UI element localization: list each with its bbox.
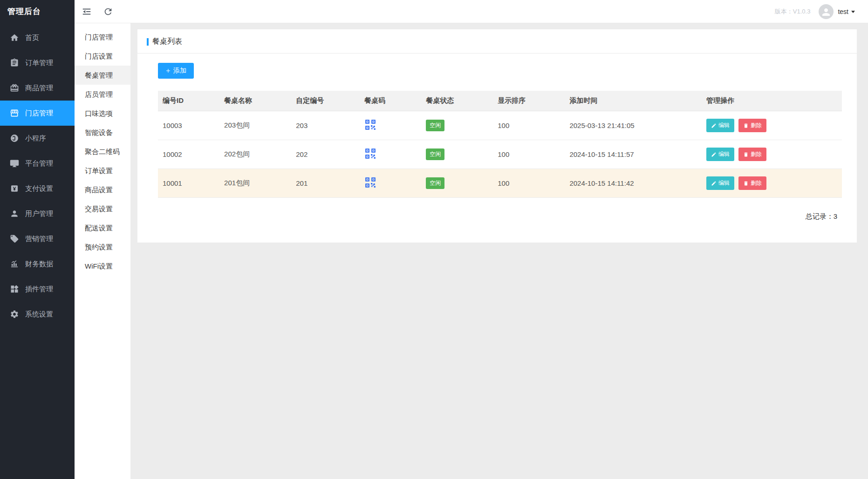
- table-row: 10003203包间203空闲1002025-03-13 21:41:05编辑删…: [158, 111, 842, 140]
- content-area: 餐桌列表 添加 编号ID餐桌名称自定编号餐桌码餐桌状态显示排序添加时间管理操作 …: [130, 23, 868, 479]
- cell-code: 203: [291, 111, 360, 140]
- sidebar: 管理后台 首页订单管理商品管理门店管理小程序平台管理支付设置用户管理营销管理财务…: [0, 0, 75, 479]
- sidebar-item-payment[interactable]: 支付设置: [0, 176, 75, 201]
- qrcode-icon[interactable]: [364, 148, 376, 160]
- submenu-item-6[interactable]: 聚合二维码: [75, 142, 130, 161]
- card-header: 餐桌列表: [137, 29, 857, 54]
- cell-name: 203包间: [219, 111, 291, 140]
- qrcode-icon[interactable]: [364, 119, 376, 131]
- store-icon: [10, 108, 19, 118]
- submenu-item-5[interactable]: 智能设备: [75, 123, 130, 142]
- sidebar-item-label: 系统设置: [25, 310, 53, 319]
- cell-id: 10003: [158, 111, 219, 140]
- cell-status: 空闲: [421, 169, 493, 198]
- column-header: 餐桌码: [360, 91, 421, 111]
- status-badge: 空闲: [426, 148, 444, 160]
- add-button[interactable]: 添加: [158, 63, 194, 79]
- platform-icon: [10, 159, 19, 168]
- qrcode-icon[interactable]: [364, 176, 376, 189]
- cell-code: 202: [291, 140, 360, 169]
- submenu-item-12[interactable]: WiFi设置: [75, 256, 130, 276]
- column-header: 餐桌名称: [219, 91, 291, 111]
- tables-table: 编号ID餐桌名称自定编号餐桌码餐桌状态显示排序添加时间管理操作 10003203…: [158, 91, 842, 198]
- main-layout: 门店管理门店设置餐桌管理店员管理口味选项智能设备聚合二维码订单设置商品设置交易设…: [75, 23, 868, 479]
- cell-qr: [360, 111, 421, 140]
- sidebar-item-finance[interactable]: 财务数据: [0, 251, 75, 277]
- add-button-label: 添加: [173, 67, 186, 75]
- orders-icon: [10, 58, 19, 67]
- sidebar-menu: 首页订单管理商品管理门店管理小程序平台管理支付设置用户管理营销管理财务数据插件管…: [0, 23, 75, 327]
- delete-button-label: 删除: [751, 121, 762, 129]
- delete-button[interactable]: 删除: [738, 119, 766, 132]
- delete-button-label: 删除: [751, 150, 762, 158]
- submenu-item-0[interactable]: 门店管理: [75, 27, 130, 47]
- column-header: 显示排序: [493, 91, 565, 111]
- sidebar-item-users[interactable]: 用户管理: [0, 201, 75, 226]
- home-icon: [10, 33, 19, 42]
- delete-button-label: 删除: [751, 179, 762, 187]
- status-badge: 空闲: [426, 120, 444, 131]
- cell-name: 201包间: [219, 169, 291, 198]
- delete-button[interactable]: 删除: [738, 148, 766, 161]
- sidebar-item-platform[interactable]: 平台管理: [0, 151, 75, 176]
- cell-name: 202包间: [219, 140, 291, 169]
- status-badge: 空闲: [426, 177, 444, 189]
- table-body: 10003203包间203空闲1002025-03-13 21:41:05编辑删…: [158, 111, 842, 198]
- page-title: 餐桌列表: [152, 37, 182, 47]
- submenu-item-4[interactable]: 口味选项: [75, 104, 130, 123]
- cell-status: 空闲: [421, 111, 493, 140]
- edit-button-label: 编辑: [718, 179, 730, 187]
- submenu-item-11[interactable]: 预约设置: [75, 237, 130, 256]
- submenu-item-3[interactable]: 店员管理: [75, 85, 130, 104]
- edit-button[interactable]: 编辑: [706, 148, 734, 161]
- edit-icon: [711, 181, 717, 186]
- app-logo: 管理后台: [0, 0, 75, 23]
- submenu-item-7[interactable]: 订单设置: [75, 161, 130, 180]
- refresh-icon[interactable]: [103, 7, 113, 17]
- cell-code: 201: [291, 169, 360, 198]
- trash-icon: [743, 181, 749, 186]
- sidebar-item-plugins[interactable]: 插件管理: [0, 277, 75, 302]
- submenu-item-1[interactable]: 门店设置: [75, 47, 130, 66]
- table-header-row: 编号ID餐桌名称自定编号餐桌码餐桌状态显示排序添加时间管理操作: [158, 91, 842, 111]
- sidebar-item-label: 平台管理: [25, 159, 53, 168]
- submenu-item-2[interactable]: 餐桌管理: [75, 66, 130, 85]
- sidebar-item-label: 订单管理: [25, 59, 53, 67]
- sidebar-item-label: 营销管理: [25, 235, 53, 243]
- avatar: [819, 4, 834, 19]
- sidebar-item-label: 用户管理: [25, 209, 53, 218]
- cell-actions: 编辑删除: [702, 111, 842, 140]
- cell-time: 2025-03-13 21:41:05: [565, 111, 702, 140]
- user-menu[interactable]: test: [819, 4, 855, 19]
- sidebar-item-goods[interactable]: 商品管理: [0, 75, 75, 101]
- column-header: 自定编号: [291, 91, 360, 111]
- delete-button[interactable]: 删除: [738, 176, 766, 190]
- cell-sort: 100: [493, 111, 565, 140]
- cell-status: 空闲: [421, 140, 493, 169]
- edit-button-label: 编辑: [718, 121, 730, 129]
- cell-qr: [360, 140, 421, 169]
- sidebar-item-home[interactable]: 首页: [0, 25, 75, 50]
- edit-button[interactable]: 编辑: [706, 119, 734, 132]
- cell-actions: 编辑删除: [702, 140, 842, 169]
- table-head: 编号ID餐桌名称自定编号餐桌码餐桌状态显示排序添加时间管理操作: [158, 91, 842, 111]
- column-header: 添加时间: [565, 91, 702, 111]
- submenu-item-9[interactable]: 交易设置: [75, 199, 130, 218]
- sidebar-item-orders[interactable]: 订单管理: [0, 50, 75, 75]
- total-records: 总记录：3: [158, 212, 842, 221]
- cell-time: 2024-10-15 14:11:42: [565, 169, 702, 198]
- submenu-item-8[interactable]: 商品设置: [75, 180, 130, 199]
- sidebar-item-store[interactable]: 门店管理: [0, 101, 75, 126]
- payment-icon: [10, 184, 19, 193]
- chevron-down-icon: [851, 11, 855, 15]
- collapse-sidebar-icon[interactable]: [82, 7, 92, 17]
- plus-icon: [165, 68, 171, 74]
- marketing-icon: [10, 234, 19, 243]
- table-card: 餐桌列表 添加 编号ID餐桌名称自定编号餐桌码餐桌状态显示排序添加时间管理操作 …: [137, 29, 857, 243]
- table-row: 10001201包间201空闲1002024-10-15 14:11:42编辑删…: [158, 169, 842, 198]
- sidebar-item-settings[interactable]: 系统设置: [0, 302, 75, 327]
- submenu-item-10[interactable]: 配送设置: [75, 218, 130, 237]
- sidebar-item-miniprogram[interactable]: 小程序: [0, 126, 75, 151]
- edit-button[interactable]: 编辑: [706, 176, 734, 190]
- sidebar-item-marketing[interactable]: 营销管理: [0, 226, 75, 251]
